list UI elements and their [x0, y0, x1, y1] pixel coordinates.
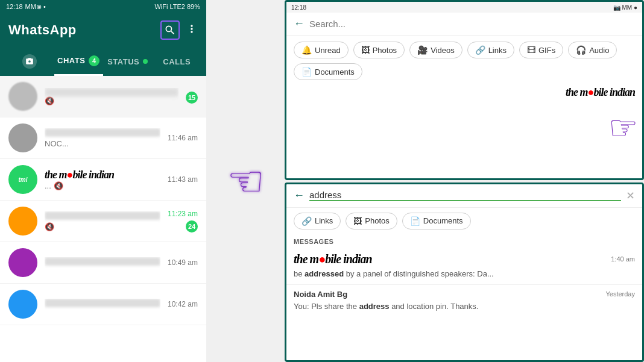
unread-badge: 15 — [186, 92, 198, 104]
avatar-mobile-indian: tmi — [8, 165, 37, 194]
bottom-right-search-header: ← ✕ — [286, 184, 642, 208]
chat-meta: 15 — [186, 89, 198, 104]
mute-icon: 🔇 — [45, 222, 54, 231]
mute-icon: 🔇 — [54, 181, 63, 190]
search-button[interactable] — [160, 20, 180, 40]
message-preview: NOC... — [45, 139, 69, 148]
clear-search-button[interactable]: ✕ — [626, 189, 635, 202]
chip-audio[interactable]: 🎧 Audio — [568, 42, 617, 58]
right-time: 12:18 — [291, 4, 306, 11]
photos-chip-icon: 🖼 — [361, 45, 370, 55]
chat-content: 🔇 — [45, 88, 178, 105]
hand-pointer-right-icon: ☞ — [608, 108, 638, 147]
message-result-item[interactable]: the m●bile indian 1:40 am be addressed b… — [286, 248, 642, 285]
hand-pointer-icon: ☞ — [227, 157, 265, 206]
status-bar-left: 12:18 MM⊗ • WiFi LTE2 89% — [0, 0, 206, 13]
time-display: 12:18 — [6, 3, 23, 10]
tab-camera[interactable] — [5, 47, 54, 76]
header-icons — [160, 20, 198, 40]
chat-item[interactable]: 🔇 15 — [0, 76, 206, 117]
chip-photos-bottom[interactable]: 🖼 Photos — [346, 213, 397, 229]
search-input[interactable] — [309, 19, 635, 29]
avatar — [8, 82, 37, 111]
chat-content: the m●bile indian ... 🔇 — [45, 169, 160, 190]
message-preview: ... — [45, 181, 51, 190]
message-time: Yesterday — [605, 290, 635, 298]
chip-documents-bottom[interactable]: 📄 Documents — [402, 213, 471, 229]
links-icon-bottom: 🔗 — [301, 216, 312, 226]
mute-icon: 🔇 — [45, 96, 54, 105]
message-result-item[interactable]: Noida Amit Bg Yesterday You: Pls share t… — [286, 285, 642, 317]
videos-chip-icon: 🎥 — [417, 45, 428, 55]
status-bar-time-section: 12:18 MM⊗ • — [6, 3, 46, 11]
tab-status[interactable]: STATUS — [103, 47, 153, 76]
chat-item-mobile-indian[interactable]: tmi the m●bile indian ... 🔇 11:43 am — [0, 159, 206, 201]
search-input-filled[interactable] — [309, 190, 621, 201]
chat-meta: 11:23 am 24 — [168, 210, 198, 232]
chip-links-bottom-label: Links — [315, 216, 333, 225]
chat-content: NOC... — [45, 128, 160, 148]
bottom-filter-chips: 🔗 Links 🖼 Photos 📄 Documents — [286, 208, 642, 234]
audio-chip-icon: 🎧 — [576, 45, 586, 55]
chat-name — [45, 299, 160, 307]
chat-content — [45, 257, 160, 268]
tab-chats[interactable]: CHATS 4 — [54, 47, 104, 76]
filter-chips-container: 🔔 Unread 🖼 Photos 🎥 Videos 🔗 Links 🎞 GIF… — [286, 36, 642, 86]
chat-item[interactable]: 10:49 am — [0, 242, 206, 284]
chat-message: 🔇 — [45, 96, 178, 105]
docs-chip-icon: 📄 — [301, 67, 312, 76]
chip-unread-label: Unread — [315, 46, 341, 55]
chip-unread[interactable]: 🔔 Unread — [294, 42, 349, 58]
chip-audio-label: Audio — [589, 46, 609, 55]
photos-icon-bottom: 🖼 — [353, 216, 362, 226]
app-title: WhatsApp — [8, 22, 77, 38]
chip-links-bottom[interactable]: 🔗 Links — [294, 213, 341, 229]
left-panel: 12:18 MM⊗ • WiFi LTE2 89% WhatsApp — [0, 0, 206, 362]
tab-calls[interactable]: CALLS — [153, 47, 202, 76]
chip-docs-label: Documents — [315, 67, 355, 76]
right-wrapper: 12:18 📷 MM ● ← 🔔 Unread 🖼 Photos 🎥 Video… — [285, 0, 644, 362]
tab-chats-label: CHATS — [57, 56, 85, 65]
chip-gifs[interactable]: 🎞 GIFs — [519, 42, 563, 58]
avatar — [8, 248, 37, 277]
chat-meta: 10:49 am — [168, 258, 198, 267]
chat-item[interactable]: 🔇 11:23 am 24 — [0, 201, 206, 242]
top-right-status-bar: 12:18 📷 MM ● — [286, 2, 642, 13]
chip-photos-label: Photos — [373, 46, 397, 55]
chip-docs-bottom-label: Documents — [423, 216, 463, 225]
chat-time: 11:43 am — [168, 175, 198, 184]
status-bar-signal: WiFi LTE2 89% — [154, 3, 200, 10]
more-icon — [186, 23, 198, 35]
message-sender-logo: the m●bile indian — [294, 252, 372, 266]
chat-message: 🔇 — [45, 222, 160, 231]
chip-documents[interactable]: 📄 Documents — [294, 63, 362, 80]
chat-message: ... 🔇 — [45, 181, 160, 190]
unread-chip-icon: 🔔 — [301, 45, 312, 55]
chat-time: 11:23 am — [168, 210, 198, 218]
chip-photos-bottom-label: Photos — [365, 216, 389, 225]
brand-logo-text: the m●bile indian — [566, 86, 635, 99]
chip-photos[interactable]: 🖼 Photos — [353, 42, 405, 58]
back-button-bottom[interactable]: ← — [294, 189, 305, 202]
chat-name — [45, 88, 178, 96]
links-chip-icon: 🔗 — [475, 45, 485, 55]
top-right-panel: 12:18 📷 MM ● ← 🔔 Unread 🖼 Photos 🎥 Video… — [285, 0, 644, 180]
brand-avatar-text: tmi — [19, 176, 28, 183]
chat-content: 🔇 — [45, 211, 160, 231]
chat-list: 🔇 15 NOC... 11:46 am tmi — [0, 76, 206, 362]
chat-item[interactable]: 10:42 am — [0, 284, 206, 325]
chat-time: 10:42 am — [168, 300, 198, 308]
chip-links[interactable]: 🔗 Links — [467, 42, 514, 58]
whatsapp-header: WhatsApp — [0, 13, 206, 47]
chat-meta: 10:42 am — [168, 300, 198, 308]
chat-item[interactable]: NOC... 11:46 am — [0, 117, 206, 159]
chats-badge: 4 — [89, 55, 99, 66]
chat-name — [45, 128, 160, 137]
status-dot-indicator — [143, 59, 148, 64]
chat-name — [45, 257, 160, 266]
search-icon — [164, 24, 176, 36]
back-button[interactable]: ← — [294, 17, 305, 30]
chat-time: 11:46 am — [168, 134, 198, 142]
chip-videos[interactable]: 🎥 Videos — [409, 42, 462, 58]
more-options-button[interactable] — [186, 23, 198, 37]
